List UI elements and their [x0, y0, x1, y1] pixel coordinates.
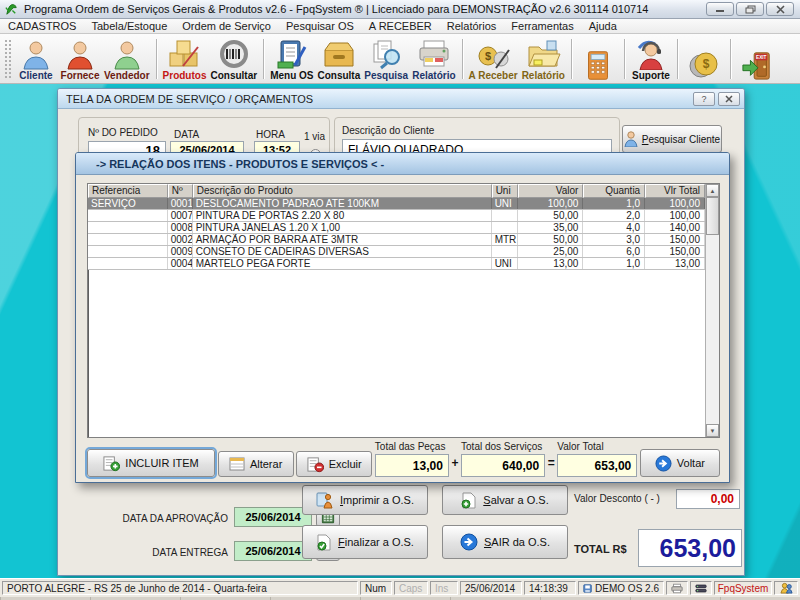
- table-cell: [88, 246, 168, 257]
- os-window-title: TELA DA ORDEM DE SERVIÇO / ORÇAMENTOS: [66, 93, 690, 105]
- discount-field[interactable]: 0,00: [676, 489, 740, 509]
- approval-date-label: DATA DA APROVAÇÃO: [78, 513, 228, 524]
- table-row[interactable]: 0002ARMAÇÃO POR BARRA ATE 3MTRMTR50,003,…: [88, 234, 705, 246]
- incluir-item-label: INCLUIR ITEM: [125, 457, 198, 469]
- search-client-button[interactable]: Pesquisar Cliente: [622, 125, 722, 153]
- os-help-button[interactable]: ?: [693, 92, 715, 106]
- column-header[interactable]: Quantia: [583, 184, 645, 198]
- status-network[interactable]: [690, 581, 712, 595]
- exit-os-button[interactable]: SAIR da O.S.: [442, 525, 568, 559]
- table-cell: 0001: [168, 198, 193, 209]
- incluir-item-button[interactable]: INCLUIR ITEM: [87, 449, 215, 477]
- drawer-icon: [321, 39, 357, 70]
- disk-icon: [583, 583, 592, 594]
- table-row[interactable]: SERVIÇO0001DESLOCAMENTO PADRAO ATE 100KM…: [88, 198, 705, 210]
- table-row[interactable]: 0004MARTELO PEGA FORTEUNI13,001,013,00: [88, 258, 705, 270]
- table-cell: [88, 210, 168, 221]
- svg-text:EXIT: EXIT: [756, 55, 767, 60]
- column-header[interactable]: Vlr Total: [645, 184, 705, 198]
- menubar: CADASTROS Tabela/Estoque Ordem de Serviç…: [0, 19, 800, 34]
- edit-list-icon: [229, 457, 245, 471]
- table-row[interactable]: 0007PINTURA DE PORTAS 2.20 X 8050,002,01…: [88, 210, 705, 222]
- toolbar-button-relatorio[interactable]: Relatório: [410, 36, 457, 82]
- maximize-button[interactable]: [736, 2, 764, 16]
- scrollbar-thumb[interactable]: [706, 197, 719, 235]
- voltar-button[interactable]: Voltar: [640, 449, 720, 477]
- table-cell: 100,00: [518, 198, 584, 209]
- svg-text:$: $: [485, 50, 491, 62]
- column-header[interactable]: Referencia: [88, 184, 168, 198]
- total-servicos-field: 640,00: [461, 454, 545, 477]
- column-header[interactable]: Uni: [492, 184, 518, 198]
- titlebar: Programa Ordem de Serviços Gerais & Prod…: [0, 0, 800, 19]
- status-users[interactable]: [774, 581, 798, 595]
- toolbar-grip: [4, 39, 12, 79]
- approval-date-field[interactable]: 25/06/2014: [234, 507, 312, 527]
- status-ins: Ins: [430, 581, 458, 595]
- finalize-os-button[interactable]: Finalizar a O.S.: [302, 525, 428, 559]
- table-cell: 0009: [168, 246, 193, 257]
- exit-os-label: SAIR da O.S.: [484, 536, 550, 548]
- column-header[interactable]: Descrição do Produto: [193, 184, 492, 198]
- scroll-up-icon[interactable]: ▲: [706, 184, 719, 197]
- valor-total-group: Valor Total 653,00: [557, 441, 637, 477]
- menu-item-tabela-estoque[interactable]: Tabela/Estoque: [91, 20, 167, 32]
- print-os-button[interactable]: Imprimir a O.S.: [302, 485, 428, 515]
- print-icon: [316, 491, 334, 509]
- table-cell: MARTELO PEGA FORTE: [193, 258, 492, 269]
- close-button[interactable]: [766, 2, 794, 16]
- status-num: Num: [360, 581, 392, 595]
- toolbar-label: Relatório: [522, 70, 565, 81]
- mdi-client-area: TELA DA ORDEM DE SERVIÇO / ORÇAMENTOS ? …: [0, 84, 800, 578]
- items-table-scrollbar[interactable]: ▲ ▼: [705, 184, 719, 437]
- table-cell: 100,00: [645, 210, 705, 221]
- column-header[interactable]: Nº: [168, 184, 193, 198]
- toolbar-label: Pesquisa: [364, 70, 408, 81]
- table-cell: 150,00: [645, 246, 705, 257]
- toolbar-button-calculator[interactable]: [576, 36, 620, 82]
- menu-item-cadastros[interactable]: CADASTROS: [8, 20, 76, 32]
- menu-item-ajuda[interactable]: Ajuda: [589, 20, 617, 32]
- toolbar-button-pesquisa[interactable]: Pesquisa: [362, 36, 410, 82]
- toolbar-button-suporte[interactable]: Suporte: [629, 36, 673, 82]
- toolbar-button-exit[interactable]: EXIT: [735, 36, 779, 82]
- column-header[interactable]: Valor: [518, 184, 584, 198]
- total-pecas-group: Total das Peças 13,00: [375, 441, 449, 477]
- minimize-button[interactable]: [706, 2, 734, 16]
- delivery-date-field[interactable]: 25/06/2014: [234, 541, 312, 561]
- status-printer[interactable]: [666, 581, 688, 595]
- total-field: 653,00: [638, 529, 742, 567]
- table-row[interactable]: 0008PINTURA JANELAS 1.20 X 1,0035,004,01…: [88, 222, 705, 234]
- status-brand: FpqSystem: [714, 581, 772, 595]
- toolbar-button-consulta[interactable]: Consulta: [315, 36, 362, 82]
- toolbar-button-produtos[interactable]: Produtos: [161, 36, 209, 82]
- printer-icon: [671, 583, 683, 594]
- toolbar-button-cliente[interactable]: Cliente: [14, 36, 58, 82]
- toolbar-button-vendedor[interactable]: Vendedor: [102, 36, 152, 82]
- table-cell: 1,0: [583, 198, 645, 209]
- menu-item-pesquisar-os[interactable]: Pesquisar OS: [286, 20, 354, 32]
- table-cell: [492, 222, 518, 233]
- os-close-button[interactable]: [718, 92, 740, 106]
- scroll-down-icon[interactable]: ▼: [706, 424, 719, 437]
- toolbar-button-a-receber[interactable]: $ A Receber: [467, 36, 520, 82]
- excluir-button[interactable]: Excluir: [296, 451, 372, 477]
- menu-item-relatorios[interactable]: Relatórios: [447, 20, 497, 32]
- table-cell: 150,00: [645, 234, 705, 245]
- toolbar-button-fornece[interactable]: Fornece: [58, 36, 102, 82]
- table-row[interactable]: 0009CONSETO DE CADEIRAS DIVERSAS25,006,0…: [88, 246, 705, 258]
- items-table-body: SERVIÇO0001DESLOCAMENTO PADRAO ATE 100KM…: [88, 198, 705, 270]
- table-cell: ARMAÇÃO POR BARRA ATE 3MTR: [193, 234, 492, 245]
- toolbar-button-menu-os[interactable]: Menu OS: [268, 36, 315, 82]
- save-os-button[interactable]: Salvar a O.S.: [442, 485, 568, 515]
- toolbar-button-coin[interactable]: $: [682, 36, 726, 82]
- application-window: Programa Ordem de Serviços Gerais & Prod…: [0, 0, 800, 600]
- toolbar-separator: [730, 39, 731, 79]
- menu-item-ordem-de-servico[interactable]: Ordem de Serviço: [182, 20, 271, 32]
- toolbar-label: Consulta: [317, 70, 360, 81]
- alterar-button[interactable]: Alterar: [218, 451, 294, 477]
- toolbar-button-relatorio-2[interactable]: Relatório: [520, 36, 567, 82]
- toolbar-button-consultar[interactable]: Consultar: [208, 36, 259, 82]
- menu-item-a-receber[interactable]: A RECEBER: [369, 20, 432, 32]
- menu-item-ferramentas[interactable]: Ferramentas: [511, 20, 573, 32]
